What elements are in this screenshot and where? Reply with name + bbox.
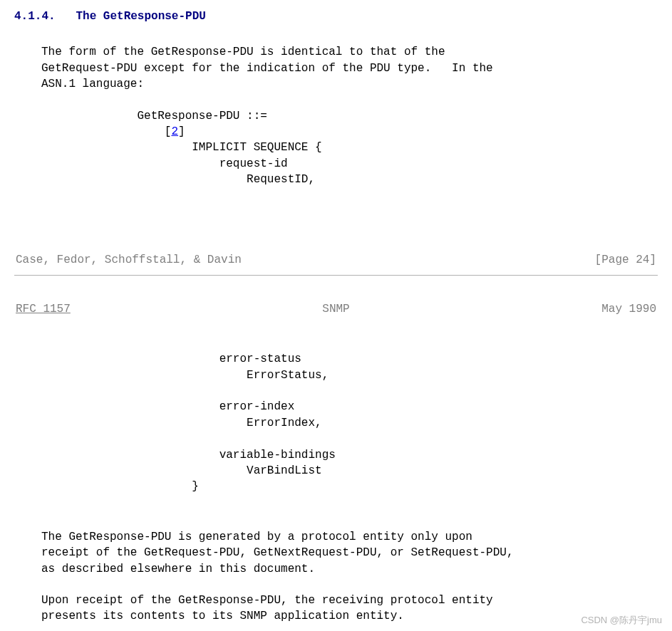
- footer-page-number: [Page 24]: [595, 252, 656, 268]
- asn1-definition-bottom: error-status ErrorStatus, error-index Er…: [41, 351, 658, 495]
- asn-line: IMPLICIT SEQUENCE {: [41, 141, 322, 154]
- body-paragraph-3: Upon receipt of the GetResponse-PDU, the…: [41, 593, 658, 625]
- asn-line-pre: [: [41, 125, 171, 138]
- section-number: 4.1.4.: [14, 10, 56, 23]
- asn1-definition-top: GetResponse-PDU ::= [2] IMPLICIT SEQUENC…: [41, 108, 658, 188]
- section-title: The GetResponse-PDU: [76, 10, 205, 23]
- footer-authors: Case, Fedor, Schoffstall, & Davin: [16, 252, 242, 268]
- section-heading: 4.1.4. The GetResponse-PDU: [14, 9, 658, 24]
- asn-line: GetResponse-PDU ::=: [41, 110, 267, 122]
- asn-line-post: ]: [178, 125, 185, 138]
- header-title: SNMP: [322, 301, 349, 317]
- body-paragraph-2: The GetResponse-PDU is generated by a pr…: [41, 529, 658, 577]
- watermark: CSDN @陈丹宇jmu: [581, 614, 662, 627]
- page-divider: [14, 275, 658, 276]
- intro-paragraph: The form of the GetResponse-PDU is ident…: [41, 44, 658, 92]
- asn-line: RequestID,: [41, 173, 315, 186]
- page-header: RFC 1157 SNMP May 1990: [14, 301, 658, 317]
- header-date: May 1990: [601, 301, 656, 317]
- asn-line: request-id: [41, 157, 288, 170]
- rfc-link[interactable]: RFC 1157: [16, 301, 71, 317]
- page-footer: Case, Fedor, Schoffstall, & Davin [Page …: [14, 252, 658, 275]
- ref-link-2[interactable]: 2: [171, 125, 178, 138]
